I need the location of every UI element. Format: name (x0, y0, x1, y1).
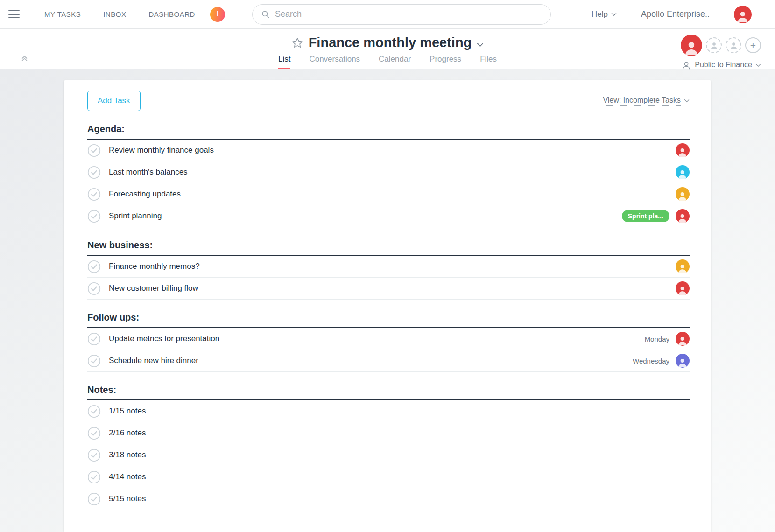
task-title[interactable]: 1/15 notes (109, 406, 146, 416)
check-circle-icon[interactable] (87, 210, 101, 223)
task-list: Agenda:Review monthly finance goalsLast … (87, 124, 690, 510)
member-avatar[interactable] (681, 35, 702, 56)
primary-nav: MY TASKS INBOX DASHBOARD (44, 10, 195, 18)
task-row[interactable]: Sprint planningSprint pla... (87, 205, 690, 227)
task-row-meta: Sprint pla... (622, 209, 690, 223)
tab-conversations[interactable]: Conversations (309, 55, 360, 69)
nav-my-tasks[interactable]: MY TASKS (44, 10, 81, 18)
task-row[interactable]: Forecasting updates (87, 183, 690, 205)
check-circle-icon[interactable] (87, 405, 101, 418)
task-title[interactable]: Review monthly finance goals (109, 146, 214, 155)
page-title[interactable]: Finance monthly meeting (309, 35, 472, 50)
tab-files[interactable]: Files (480, 55, 497, 69)
task-title[interactable]: 2/16 notes (109, 428, 146, 438)
task-row[interactable]: Schedule new hire dinnerWednesday (87, 350, 690, 372)
check-circle-icon[interactable] (87, 427, 101, 440)
chevron-down-icon (755, 63, 761, 67)
check-circle-icon[interactable] (87, 260, 101, 273)
help-menu[interactable]: Help (592, 10, 617, 19)
task-row[interactable]: Review monthly finance goals (87, 140, 690, 161)
search-icon (261, 10, 270, 19)
assignee-avatar (676, 354, 690, 368)
task-title[interactable]: New customer billing flow (109, 284, 198, 293)
check-circle-icon[interactable] (87, 470, 101, 484)
section-heading[interactable]: New business: (87, 240, 690, 256)
task-row-meta: Wednesday (633, 354, 690, 368)
check-circle-icon[interactable] (87, 332, 101, 346)
assignee-avatar (676, 281, 690, 295)
check-circle-icon[interactable] (87, 492, 101, 506)
task-title[interactable]: 3/18 notes (109, 450, 146, 460)
privacy-setting[interactable]: Public to Finance (681, 60, 761, 70)
main-area: Add Task View: Incomplete Tasks Agenda:R… (0, 69, 775, 532)
task-row[interactable]: Update metrics for presentationMonday (87, 328, 690, 350)
add-task-button[interactable]: Add Task (87, 91, 141, 111)
invite-member-icon[interactable] (726, 37, 741, 53)
add-member-button[interactable]: + (745, 37, 761, 53)
task-row-meta (676, 187, 690, 201)
task-row-meta: Monday (645, 332, 690, 346)
collapse-header-icon[interactable] (21, 54, 28, 64)
help-label: Help (592, 10, 608, 19)
task-row[interactable]: 2/16 notes (87, 422, 690, 444)
section-heading[interactable]: Agenda: (87, 124, 690, 140)
task-title[interactable]: Last month's balances (109, 168, 188, 177)
check-circle-icon[interactable] (87, 144, 101, 157)
task-title[interactable]: Update metrics for presentation (109, 334, 219, 343)
section-heading[interactable]: Follow ups: (87, 312, 690, 328)
hamburger-menu-icon[interactable] (0, 0, 28, 29)
view-filter-label: View: Incomplete Tasks (603, 96, 681, 106)
chevron-down-icon[interactable] (477, 42, 484, 47)
divider (28, 0, 28, 29)
task-row[interactable]: 5/15 notes (87, 488, 690, 510)
user-avatar[interactable] (734, 6, 752, 23)
project-header: Finance monthly meeting List Conversatio… (0, 29, 775, 69)
task-row-meta (676, 281, 690, 295)
task-row-meta (676, 165, 690, 179)
assignee-avatar (676, 187, 690, 201)
check-circle-icon[interactable] (87, 188, 101, 201)
star-icon[interactable] (291, 37, 303, 49)
task-list-card: Add Task View: Incomplete Tasks Agenda:R… (64, 80, 711, 532)
task-row[interactable]: 3/18 notes (87, 444, 690, 466)
task-row[interactable]: New customer billing flow (87, 278, 690, 300)
task-row[interactable]: Last month's balances (87, 161, 690, 183)
quick-add-button[interactable]: + (210, 7, 225, 22)
task-row-meta (676, 143, 690, 157)
assignee-avatar (676, 165, 690, 179)
check-circle-icon[interactable] (87, 448, 101, 462)
tab-calendar[interactable]: Calendar (379, 55, 411, 69)
task-row[interactable]: Finance monthly memos? (87, 256, 690, 278)
invite-member-icon[interactable] (706, 37, 722, 53)
due-date: Wednesday (633, 357, 669, 365)
task-title[interactable]: 5/15 notes (109, 494, 146, 504)
header-right: + Public to Finance (681, 35, 761, 70)
task-title[interactable]: Forecasting updates (109, 189, 181, 199)
task-title[interactable]: Sprint planning (109, 211, 162, 221)
section-heading[interactable]: Notes: (87, 385, 690, 400)
due-date: Monday (645, 335, 669, 343)
task-row[interactable]: 1/15 notes (87, 400, 690, 422)
check-circle-icon[interactable] (87, 166, 101, 179)
search-bar[interactable] (252, 4, 551, 25)
chevron-down-icon (684, 99, 690, 103)
title-row: Finance monthly meeting (0, 29, 775, 50)
nav-dashboard[interactable]: DASHBOARD (148, 10, 195, 18)
view-tabs: List Conversations Calendar Progress Fil… (0, 55, 775, 69)
workspace-menu[interactable]: Apollo Enterprise.. (641, 9, 710, 19)
search-input[interactable] (275, 9, 542, 19)
task-title[interactable]: Finance monthly memos? (109, 262, 200, 271)
task-title[interactable]: Schedule new hire dinner (109, 356, 198, 365)
nav-inbox[interactable]: INBOX (103, 10, 126, 18)
check-circle-icon[interactable] (87, 282, 101, 295)
people-icon (681, 60, 691, 70)
check-circle-icon[interactable] (87, 354, 101, 368)
tab-progress[interactable]: Progress (430, 55, 461, 69)
task-row[interactable]: 4/14 notes (87, 466, 690, 488)
tab-list[interactable]: List (278, 55, 290, 69)
view-filter-dropdown[interactable]: View: Incomplete Tasks (603, 96, 690, 106)
list-toolbar: Add Task View: Incomplete Tasks (87, 91, 690, 111)
task-title[interactable]: 4/14 notes (109, 472, 146, 482)
task-tag[interactable]: Sprint pla... (622, 210, 669, 222)
assignee-avatar (676, 209, 690, 223)
